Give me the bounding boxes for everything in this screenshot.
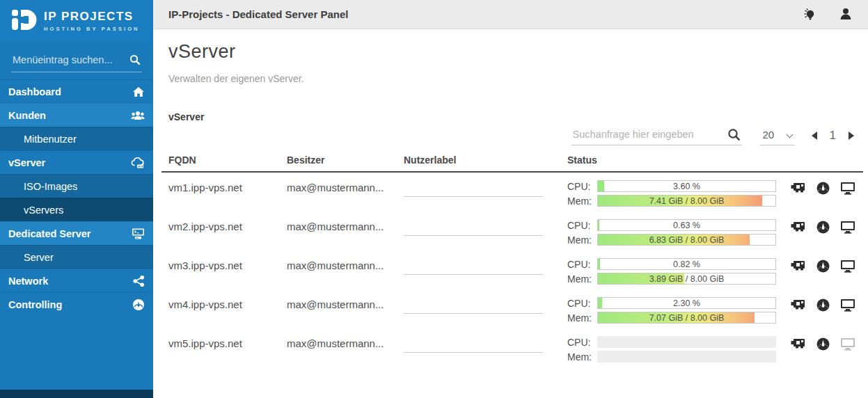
status-cell: CPU: 3.60 % Mem: 7.41 GiB / 8.00 GiB — [567, 180, 776, 207]
gauge-icon[interactable] — [816, 182, 830, 195]
table-header: FQDN Besitzer Nutzerlabel Status — [153, 154, 868, 172]
search-icon[interactable] — [727, 128, 741, 144]
row-actions — [790, 337, 865, 351]
fqdn-cell: vm4.ipp-vps.net — [168, 298, 242, 310]
table-controls: 20 1 — [571, 126, 854, 145]
sidebar-footer — [0, 390, 153, 398]
mem-value: 7.41 GiB / 8.00 GiB — [598, 196, 775, 207]
sidebar-item-label: Dashboard — [8, 86, 61, 97]
ip-projects-logo-icon — [8, 5, 38, 37]
network-card-icon[interactable] — [790, 337, 806, 351]
cpu-bar: 0.82 % — [597, 258, 776, 270]
mem-value: 6.83 GiB / 8.00 GiB — [598, 234, 775, 246]
cpu-bar — [597, 336, 776, 348]
app-title: IP-Projects - Dedicated Server Panel — [168, 0, 348, 29]
cloud-server-icon — [131, 157, 145, 168]
console-monitor-icon[interactable] — [840, 298, 855, 312]
user-icon[interactable] — [839, 7, 853, 24]
mem-bar: 3.89 GiB / 8.00 GiB — [597, 273, 776, 285]
page-size-value: 20 — [763, 129, 775, 141]
sidebar-item-iso-images[interactable]: ISO-Images — [0, 174, 153, 198]
logo-tagline: HOSTING BY PASSION — [44, 26, 140, 32]
table-row: vm2.ipp-vps.net max@mustermann... CPU: 0… — [153, 212, 868, 251]
page-number: 1 — [830, 129, 836, 143]
sidebar: IP PROJECTS HOSTING BY PASSION Dashboard… — [0, 0, 153, 398]
gauge-icon[interactable] — [816, 260, 830, 273]
table-body: vm1.ipp-vps.net max@mustermann... CPU: 3… — [153, 173, 868, 368]
cpu-bar: 0.63 % — [597, 219, 776, 231]
sidebar-item-kunden[interactable]: Kunden — [0, 103, 153, 127]
cpu-label: CPU: — [567, 181, 597, 192]
pagination: 1 — [812, 129, 854, 143]
sidebar-item-label: ISO-Images — [24, 181, 77, 192]
users-icon — [131, 110, 145, 121]
gauge-icon[interactable] — [816, 221, 830, 234]
cpu-value: 0.63 % — [598, 220, 775, 231]
cpu-bar: 3.60 % — [597, 180, 776, 192]
cpu-label: CPU: — [567, 220, 597, 231]
prev-page-icon[interactable] — [812, 132, 817, 140]
sidebar-item-network[interactable]: Network — [0, 269, 153, 292]
console-monitor-icon[interactable] — [840, 221, 855, 234]
owner-cell: max@mustermann... — [287, 182, 384, 193]
sidebar-item-vservers[interactable]: vServers — [0, 198, 153, 221]
mem-label: Mem: — [567, 351, 597, 363]
mem-bar: 7.07 GiB / 8.00 GiB — [597, 312, 776, 324]
next-page-icon[interactable] — [849, 132, 854, 140]
network-card-icon[interactable] — [790, 182, 806, 195]
sidebar-item-label: vServers — [24, 205, 63, 216]
page-subtitle: Verwalten der eigenen vServer. — [168, 73, 304, 84]
cpu-value: 0.82 % — [598, 259, 775, 270]
top-bar: IP-Projects - Dedicated Server Panel — [153, 0, 868, 29]
sidebar-item-label: Controlling — [8, 299, 62, 310]
user-label-input[interactable] — [404, 177, 543, 197]
network-card-icon[interactable] — [790, 298, 806, 312]
mem-bar: 7.41 GiB / 8.00 GiB — [597, 195, 776, 207]
cpu-label: CPU: — [567, 298, 597, 309]
user-label-input[interactable] — [404, 333, 543, 353]
search-icon[interactable] — [129, 54, 141, 68]
sidebar-item-controlling[interactable]: Controlling — [0, 292, 153, 316]
fqdn-cell: vm2.ipp-vps.net — [168, 221, 242, 232]
sidebar-item-vserver[interactable]: vServer — [0, 150, 153, 174]
sidebar-item-mitbenutzer[interactable]: Mitbenutzer — [0, 127, 153, 150]
fqdn-cell: vm3.ipp-vps.net — [168, 260, 242, 271]
console-monitor-icon[interactable] — [840, 260, 855, 273]
logo[interactable]: IP PROJECTS HOSTING BY PASSION — [0, 0, 153, 42]
sidebar-item-label: Server — [24, 252, 54, 263]
network-card-icon[interactable] — [790, 260, 806, 273]
gauge-icon[interactable] — [816, 337, 830, 351]
cpu-bar: 2.30 % — [597, 297, 776, 309]
sidebar-search-input[interactable] — [11, 51, 129, 68]
sidebar-item-label: Dedicated Server — [8, 228, 90, 239]
mem-bar — [597, 351, 776, 363]
status-cell: CPU: 2.30 % Mem: 7.07 GiB / 8.00 GiB — [567, 297, 776, 324]
sidebar-item-label: Network — [8, 276, 48, 287]
row-actions — [790, 298, 865, 312]
mem-bar: 6.83 GiB / 8.00 GiB — [597, 234, 776, 246]
owner-cell: max@mustermann... — [287, 260, 384, 271]
user-label-input[interactable] — [404, 216, 543, 236]
console-monitor-icon[interactable] — [840, 182, 855, 195]
app-window: IP PROJECTS HOSTING BY PASSION Dashboard… — [0, 0, 868, 398]
user-label-input[interactable] — [404, 294, 543, 314]
page-size-select[interactable]: 20 — [760, 126, 795, 145]
sidebar-item-dashboard[interactable]: Dashboard — [0, 79, 153, 103]
table-search-input[interactable] — [571, 126, 719, 143]
sidebar-menu: Dashboard Kunden Mitbenutzer vServer — [0, 79, 153, 316]
console-monitor-icon[interactable] — [840, 337, 855, 351]
gauge-icon[interactable] — [816, 298, 830, 312]
cpu-label: CPU: — [567, 259, 597, 270]
sidebar-search — [11, 51, 142, 72]
status-cell: CPU: 0.63 % Mem: 6.83 GiB / 8.00 GiB — [567, 219, 776, 246]
user-label-input[interactable] — [404, 255, 543, 275]
network-card-icon[interactable] — [790, 221, 806, 234]
table-row: vm5.ipp-vps.net max@mustermann... CPU: M… — [153, 329, 868, 368]
column-header-besitzer: Besitzer — [287, 154, 324, 166]
cpu-value: 3.60 % — [598, 181, 775, 192]
sidebar-item-server[interactable]: Server — [0, 245, 153, 269]
lightbulb-icon[interactable] — [803, 7, 818, 25]
row-actions — [790, 260, 865, 273]
sidebar-item-dedicated-server[interactable]: Dedicated Server — [0, 221, 153, 245]
table-row: vm3.ipp-vps.net max@mustermann... CPU: 0… — [153, 251, 868, 290]
